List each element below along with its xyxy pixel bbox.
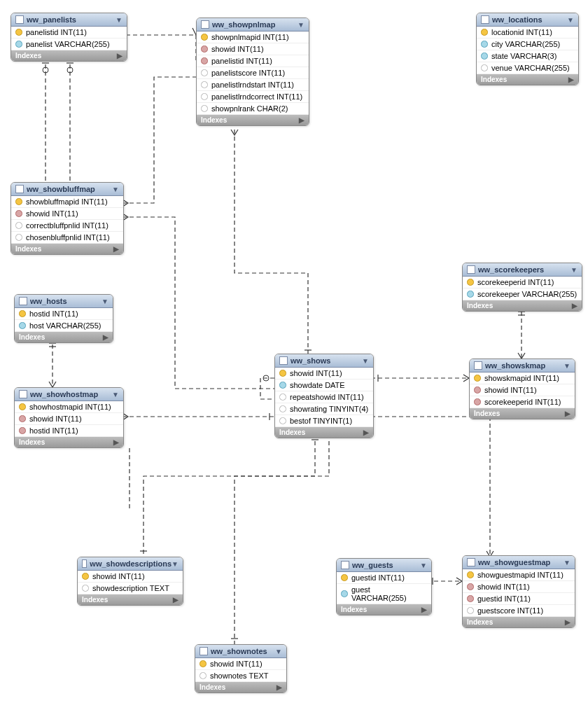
collapse-icon[interactable]: ▼ bbox=[112, 391, 119, 398]
column-row: correctbluffpnlid INT(11) bbox=[11, 220, 123, 232]
collapse-icon[interactable]: ▼ bbox=[112, 186, 119, 193]
column-row: showpnlmapid INT(11) bbox=[197, 32, 309, 43]
column-row: city VARCHAR(255) bbox=[477, 39, 578, 50]
collapse-icon[interactable]: ▼ bbox=[420, 562, 427, 569]
column-row: locationid INT(11) bbox=[477, 27, 578, 39]
table-header[interactable]: ww_showskmap ▼ bbox=[470, 359, 575, 373]
column-row: panelistlrndstart INT(11) bbox=[197, 79, 309, 91]
indexes-footer[interactable]: Indexes▶ bbox=[11, 50, 127, 61]
column-row: showid INT(11) bbox=[275, 368, 373, 380]
column-row: shownotes TEXT bbox=[195, 670, 286, 682]
column-row: showid INT(11) bbox=[11, 208, 123, 220]
table-title: ww_guests bbox=[352, 561, 420, 569]
column-row: scorekeeperid INT(11) bbox=[470, 396, 575, 408]
table-icon bbox=[467, 558, 475, 566]
collapse-icon[interactable]: ▼ bbox=[570, 266, 578, 274]
table-header[interactable]: ww_hosts ▼ bbox=[15, 295, 113, 308]
indexes-footer[interactable]: Indexes▶ bbox=[15, 437, 123, 447]
table-title: ww_hosts bbox=[30, 297, 102, 305]
table-ww-hosts[interactable]: ww_hosts ▼ hostid INT(11) host VARCHAR(2… bbox=[14, 294, 113, 343]
table-title: ww_showpnlmap bbox=[212, 20, 298, 29]
column-row: guestid INT(11) bbox=[337, 572, 431, 584]
svg-point-9 bbox=[263, 375, 269, 381]
column-row: showbluffmapid INT(11) bbox=[11, 196, 123, 208]
column-row: panelistid INT(11) bbox=[11, 27, 127, 39]
table-icon bbox=[200, 647, 208, 655]
table-ww-showskmap[interactable]: ww_showskmap ▼ showskmapid INT(11) showi… bbox=[469, 358, 575, 419]
indexes-footer[interactable]: Indexes▶ bbox=[477, 74, 578, 85]
table-icon bbox=[15, 185, 24, 193]
column-row: hostid INT(11) bbox=[15, 308, 113, 320]
table-header[interactable]: ww_showdescriptions ▼ bbox=[78, 557, 183, 571]
indexes-footer[interactable]: Indexes▶ bbox=[195, 682, 286, 692]
table-header[interactable]: ww_showhostmap ▼ bbox=[15, 388, 123, 401]
column-row: showdescription TEXT bbox=[78, 583, 183, 594]
table-ww-showpnlmap[interactable]: ww_showpnlmap ▼ showpnlmapid INT(11) sho… bbox=[196, 18, 309, 126]
table-ww-showguestmap[interactable]: ww_showguestmap ▼ showguestmapid INT(11)… bbox=[462, 555, 575, 628]
indexes-footer[interactable]: Indexes▶ bbox=[470, 408, 575, 419]
table-header[interactable]: ww_panelists ▼ bbox=[11, 13, 127, 27]
table-ww-shows[interactable]: ww_shows ▼ showid INT(11) showdate DATE … bbox=[274, 354, 374, 438]
column-row: chosenbluffpnlid INT(11) bbox=[11, 232, 123, 244]
table-header[interactable]: ww_locations ▼ bbox=[477, 13, 578, 27]
indexes-footer[interactable]: Indexes▶ bbox=[11, 244, 123, 254]
table-header[interactable]: ww_showbluffmap ▼ bbox=[11, 183, 123, 196]
table-icon bbox=[341, 561, 349, 569]
collapse-icon[interactable]: ▼ bbox=[564, 559, 570, 566]
indexes-footer[interactable]: Indexes▶ bbox=[337, 604, 431, 615]
table-header[interactable]: ww_scorekeepers ▼ bbox=[463, 263, 582, 277]
column-row: showhostmapid INT(11) bbox=[15, 401, 123, 413]
table-title: ww_scorekeepers bbox=[478, 265, 570, 274]
table-icon bbox=[19, 297, 27, 305]
table-ww-showbluffmap[interactable]: ww_showbluffmap ▼ showbluffmapid INT(11)… bbox=[10, 182, 124, 255]
indexes-footer[interactable]: Indexes▶ bbox=[275, 427, 373, 438]
indexes-footer[interactable]: Indexes▶ bbox=[15, 332, 113, 342]
table-title: ww_showbluffmap bbox=[27, 185, 112, 193]
svg-point-1 bbox=[43, 67, 48, 73]
indexes-footer[interactable]: Indexes▶ bbox=[78, 594, 183, 605]
indexes-footer[interactable]: Indexes▶ bbox=[197, 115, 309, 125]
indexes-footer[interactable]: Indexes▶ bbox=[463, 300, 582, 311]
collapse-icon[interactable]: ▼ bbox=[362, 357, 369, 365]
column-row: guestscore INT(11) bbox=[463, 605, 575, 617]
column-row: guestid INT(11) bbox=[463, 593, 575, 605]
table-header[interactable]: ww_guests ▼ bbox=[337, 559, 431, 572]
column-row: showdate DATE bbox=[275, 380, 373, 391]
column-row: showrating TINYINT(4) bbox=[275, 403, 373, 415]
column-row: panelist VARCHAR(255) bbox=[11, 39, 127, 50]
collapse-icon[interactable]: ▼ bbox=[102, 298, 108, 305]
table-header[interactable]: ww_showpnlmap ▼ bbox=[197, 18, 309, 32]
table-title: ww_locations bbox=[492, 15, 567, 24]
indexes-footer[interactable]: Indexes▶ bbox=[463, 617, 575, 627]
column-row: panelistid INT(11) bbox=[197, 55, 309, 67]
table-header[interactable]: ww_shownotes ▼ bbox=[195, 645, 286, 658]
table-icon bbox=[279, 356, 288, 365]
table-title: ww_panelists bbox=[27, 15, 115, 24]
table-icon bbox=[19, 390, 27, 398]
collapse-icon[interactable]: ▼ bbox=[564, 362, 570, 370]
table-header[interactable]: ww_shows ▼ bbox=[275, 354, 373, 368]
table-icon bbox=[82, 559, 87, 568]
collapse-icon[interactable]: ▼ bbox=[567, 16, 574, 24]
column-row: showid INT(11) bbox=[470, 384, 575, 396]
collapse-icon[interactable]: ▼ bbox=[275, 648, 282, 655]
table-title: ww_showskmap bbox=[485, 361, 564, 370]
collapse-icon[interactable]: ▼ bbox=[298, 21, 304, 29]
table-ww-showhostmap[interactable]: ww_showhostmap ▼ showhostmapid INT(11) s… bbox=[14, 387, 124, 448]
column-row: showid INT(11) bbox=[463, 581, 575, 593]
collapse-icon[interactable]: ▼ bbox=[172, 560, 178, 568]
table-icon bbox=[467, 265, 475, 274]
table-icon bbox=[474, 361, 482, 370]
table-header[interactable]: ww_showguestmap ▼ bbox=[463, 556, 575, 569]
table-ww-guests[interactable]: ww_guests ▼ guestid INT(11) guest VARCHA… bbox=[336, 558, 432, 615]
column-row: state VARCHAR(3) bbox=[477, 50, 578, 62]
table-ww-scorekeepers[interactable]: ww_scorekeepers ▼ scorekeeperid INT(11) … bbox=[462, 263, 582, 312]
table-ww-showdescriptions[interactable]: ww_showdescriptions ▼ showid INT(11) sho… bbox=[77, 557, 183, 606]
table-ww-locations[interactable]: ww_locations ▼ locationid INT(11) city V… bbox=[476, 13, 579, 85]
table-ww-panelists[interactable]: ww_panelists ▼ panelistid INT(11) paneli… bbox=[10, 13, 127, 62]
column-row: showid INT(11) bbox=[197, 43, 309, 55]
table-ww-shownotes[interactable]: ww_shownotes ▼ showid INT(11) shownotes … bbox=[195, 644, 287, 693]
column-row: panelistscore INT(11) bbox=[197, 67, 309, 79]
collapse-icon[interactable]: ▼ bbox=[115, 16, 122, 24]
column-row: scorekeeper VARCHAR(255) bbox=[463, 288, 582, 300]
